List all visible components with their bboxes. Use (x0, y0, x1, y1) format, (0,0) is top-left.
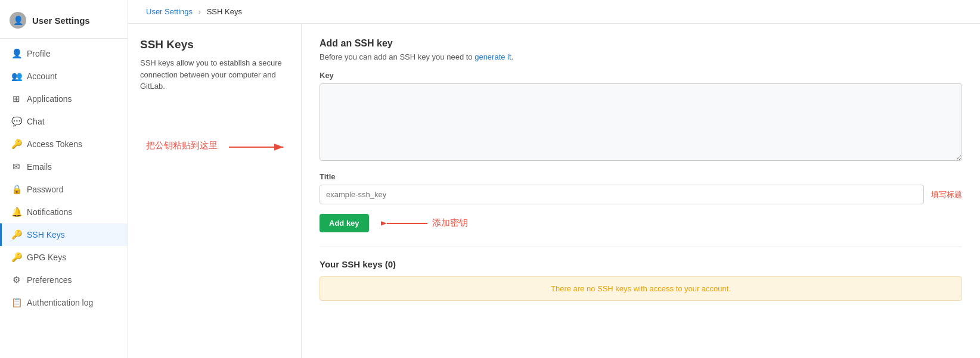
sidebar-label-preferences: Preferences (27, 275, 72, 285)
description-column: SSH Keys SSH keys allow you to establish… (128, 24, 301, 358)
account-icon: 👥 (11, 71, 21, 82)
annotation-add-text: 添加密钥 (432, 217, 468, 229)
sidebar-item-preferences[interactable]: ⚙Preferences (0, 269, 128, 291)
form-section-title: Add an SSH key (320, 38, 962, 49)
sidebar-item-auth-log[interactable]: 📋Authentication log (0, 291, 128, 314)
annotation-add-area: 添加密钥 (381, 214, 468, 232)
user-avatar-icon: 👤 (10, 12, 26, 29)
chat-icon: 💬 (11, 116, 21, 127)
sidebar-label-account: Account (27, 71, 57, 81)
key-form-group: Key (320, 71, 962, 163)
sidebar-item-emails[interactable]: ✉Emails (0, 155, 128, 178)
breadcrumb-separator: › (199, 7, 201, 16)
sidebar-item-gpg-keys[interactable]: 🔑GPG Keys (0, 246, 128, 269)
your-keys-title: Your SSH keys (0) (320, 259, 962, 269)
key-label: Key (320, 71, 962, 80)
sidebar-label-applications: Applications (27, 94, 72, 104)
title-input[interactable] (320, 185, 924, 204)
sidebar-label-password: Password (27, 185, 63, 194)
form-description: Before you can add an SSH key you need t… (320, 52, 962, 61)
sidebar-nav: 👤Profile👥Account⊞Applications💬Chat🔑Acces… (0, 42, 128, 314)
title-form-group: Title 填写标题 (320, 172, 962, 204)
title-row: 填写标题 (320, 185, 962, 204)
profile-icon: 👤 (11, 48, 21, 59)
sidebar-item-account[interactable]: 👥Account (0, 65, 128, 88)
sidebar-item-ssh-keys[interactable]: 🔑SSH Keys (0, 223, 128, 246)
annotation-paste-area: 把公钥粘贴到这里 (140, 92, 289, 200)
access-tokens-icon: 🔑 (11, 139, 21, 150)
applications-icon: ⊞ (11, 94, 21, 104)
password-icon: 🔒 (11, 184, 21, 195)
sidebar-divider (0, 38, 128, 39)
sidebar-label-access-tokens: Access Tokens (27, 139, 82, 149)
main-content: User Settings › SSH Keys SSH Keys SSH ke… (128, 0, 980, 358)
annotation-title-text: 填写标题 (931, 189, 962, 200)
add-key-button[interactable]: Add key (320, 214, 369, 232)
arrow-add-svg (381, 214, 429, 232)
button-row: Add key 添加密钥 (320, 214, 962, 232)
content-body: SSH Keys SSH keys allow you to establish… (128, 24, 980, 358)
form-column: Add an SSH key Before you can add an SSH… (301, 24, 980, 358)
page-title: SSH Keys (140, 38, 289, 51)
sidebar-item-chat[interactable]: 💬Chat (0, 110, 128, 133)
auth-log-icon: 📋 (11, 297, 21, 308)
sidebar-label-chat: Chat (27, 117, 45, 126)
sidebar-item-access-tokens[interactable]: 🔑Access Tokens (0, 133, 128, 155)
generate-link[interactable]: generate it (475, 52, 511, 61)
sidebar-label-emails: Emails (27, 162, 52, 172)
page-description: SSH keys allow you to establish a secure… (140, 57, 289, 92)
breadcrumb-current: SSH Keys (207, 7, 242, 16)
sidebar-label-profile: Profile (27, 49, 51, 58)
notifications-icon: 🔔 (11, 207, 21, 217)
breadcrumb-parent-link[interactable]: User Settings (146, 7, 193, 16)
your-keys-section: Your SSH keys (0) There are no SSH keys … (320, 247, 962, 301)
sidebar-item-profile[interactable]: 👤Profile (0, 42, 128, 65)
breadcrumb: User Settings › SSH Keys (128, 0, 980, 24)
no-keys-notice: There are no SSH keys with access to you… (320, 276, 962, 301)
sidebar-title: User Settings (32, 15, 90, 26)
sidebar-item-notifications[interactable]: 🔔Notifications (0, 201, 128, 223)
sidebar: 👤 User Settings 👤Profile👥Account⊞Applica… (0, 0, 128, 358)
ssh-keys-icon: 🔑 (11, 229, 21, 240)
title-label: Title (320, 172, 962, 181)
sidebar-item-password[interactable]: 🔒Password (0, 178, 128, 201)
sidebar-label-ssh-keys: SSH Keys (27, 230, 65, 239)
form-desc-after: . (511, 52, 514, 61)
sidebar-header: 👤 User Settings (0, 6, 128, 38)
arrow-paste-svg (140, 122, 289, 170)
form-desc-before: Before you can add an SSH key you need t… (320, 52, 475, 61)
key-textarea[interactable] (320, 83, 962, 161)
preferences-icon: ⚙ (11, 275, 21, 285)
sidebar-item-applications[interactable]: ⊞Applications (0, 88, 128, 110)
gpg-keys-icon: 🔑 (11, 252, 21, 263)
sidebar-label-auth-log: Authentication log (27, 298, 93, 307)
sidebar-label-notifications: Notifications (27, 207, 72, 217)
emails-icon: ✉ (11, 161, 21, 172)
sidebar-label-gpg-keys: GPG Keys (27, 253, 66, 262)
